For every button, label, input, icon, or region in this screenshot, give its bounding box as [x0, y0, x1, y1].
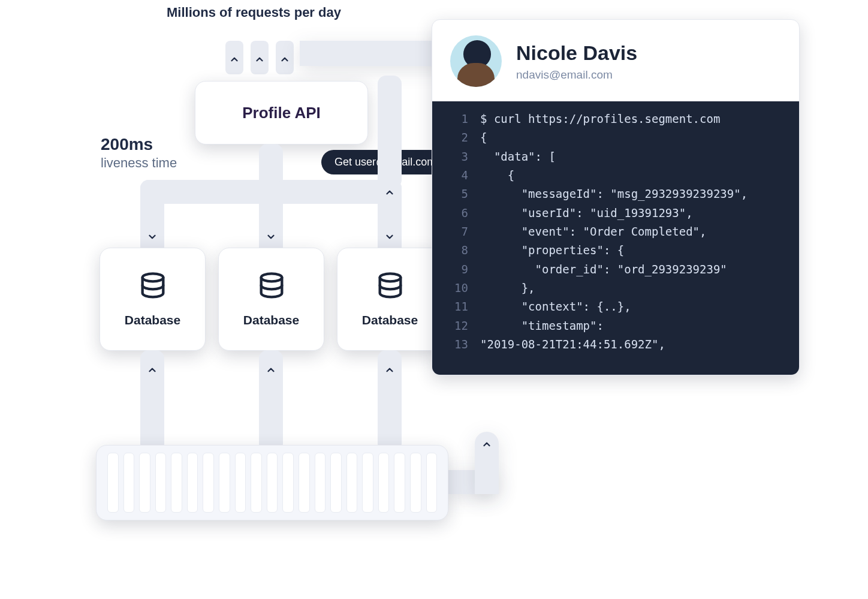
chevron-up-icon [261, 360, 281, 380]
profile-panel: Nicole Davis ndavis@email.com 1$ curl ht… [432, 19, 800, 375]
svg-point-2 [379, 273, 400, 281]
code-line-text: }, [480, 279, 799, 297]
code-line-text: "order_id": "ord_2939239239" [480, 260, 799, 279]
code-line: 8 "properties": { [432, 241, 799, 260]
queue-slot [330, 453, 342, 513]
code-line-number: 12 [432, 317, 480, 335]
queue-slot [155, 453, 167, 513]
code-line-number: 6 [432, 204, 480, 222]
chevron-up-icon [275, 49, 295, 70]
profile-name: Nicole Davis [516, 41, 637, 65]
code-line-number: 4 [432, 166, 480, 185]
database-icon [137, 271, 168, 302]
code-line-number: 2 [432, 128, 480, 147]
code-line: 5 "messageId": "msg_2932939239239", [432, 185, 799, 203]
chevron-up-icon [379, 360, 400, 380]
queue-slot [315, 453, 326, 513]
code-line-text: "timestamp": [480, 317, 799, 335]
queue-slot [171, 453, 182, 513]
queue-buffer [96, 445, 448, 520]
queue-slot [346, 453, 358, 513]
code-line: 3 "data": [ [432, 148, 799, 166]
code-line-number: 9 [432, 260, 480, 279]
queue-slot [123, 453, 135, 513]
queue-slot [139, 453, 150, 513]
queue-slot [426, 453, 438, 513]
chevron-up-icon [142, 360, 162, 380]
code-line-text: "event": "Order Completed", [480, 222, 799, 241]
database-node: Database [100, 248, 206, 351]
chevron-down-icon [261, 227, 281, 247]
database-icon [256, 271, 287, 302]
code-line-text: "properties": { [480, 241, 799, 260]
chevron-up-icon [477, 434, 497, 454]
code-line-text: "userId": "uid_19391293", [480, 204, 799, 222]
pipe-side-up [378, 76, 402, 188]
database-label: Database [125, 313, 180, 327]
code-line: 10 }, [432, 279, 799, 297]
queue-slot [378, 453, 390, 513]
database-label: Database [362, 313, 418, 327]
code-line-text: "context": {..}, [480, 297, 799, 316]
chevron-up-icon [224, 49, 245, 70]
queue-slot [410, 453, 421, 513]
code-line-number: 1 [432, 110, 480, 128]
queue-slot [235, 453, 246, 513]
code-line-text: "messageId": "msg_2932939239239", [480, 185, 799, 203]
code-line: 12 "timestamp": [432, 317, 799, 335]
annotation-liveness-value: 200ms [101, 135, 177, 154]
queue-slot [187, 453, 198, 513]
code-line: 6 "userId": "uid_19391293", [432, 204, 799, 222]
code-line: 1$ curl https://profiles.segment.com [432, 110, 799, 128]
queue-slot [203, 453, 214, 513]
database-label: Database [243, 313, 299, 327]
queue-slot [107, 453, 119, 513]
code-line-text: "2019-08-21T21:44:51.692Z", [480, 335, 799, 354]
annotation-requests-per-day: Millions of requests per day [167, 5, 341, 20]
chevron-down-icon [379, 227, 400, 247]
code-line-number: 11 [432, 297, 480, 316]
annotation-liveness: 200ms liveness time [101, 135, 177, 171]
queue-slot [251, 453, 262, 513]
profile-panel-header: Nicole Davis ndavis@email.com [432, 20, 799, 101]
code-line-text: "data": [ [480, 148, 799, 166]
database-node: Database [337, 248, 443, 351]
queue-slot [362, 453, 373, 513]
code-line-number: 3 [432, 148, 480, 166]
code-line-number: 8 [432, 241, 480, 260]
code-line: 2{ [432, 128, 799, 147]
queue-slot [267, 453, 278, 513]
code-line-number: 5 [432, 185, 480, 203]
profile-api-label: Profile API [242, 104, 321, 122]
chevron-up-icon [249, 49, 270, 70]
database-node: Database [218, 248, 324, 351]
code-line: 11 "context": {..}, [432, 297, 799, 316]
code-line-number: 13 [432, 335, 480, 354]
code-line-text: { [480, 166, 799, 185]
chevron-up-icon [379, 182, 400, 203]
code-block: 1$ curl https://profiles.segment.com2{3 … [432, 101, 799, 375]
svg-point-0 [142, 273, 163, 281]
code-line: 9 "order_id": "ord_2939239239" [432, 260, 799, 279]
avatar [450, 35, 502, 87]
annotation-liveness-label: liveness time [101, 155, 177, 171]
profile-email: ndavis@email.com [516, 68, 637, 82]
queue-slot [282, 453, 294, 513]
chevron-down-icon [142, 227, 162, 247]
database-icon [375, 271, 406, 302]
code-line: 4 { [432, 166, 799, 185]
queue-slot [394, 453, 405, 513]
code-line-number: 7 [432, 222, 480, 241]
code-line-text: { [480, 128, 799, 147]
code-line-text: $ curl https://profiles.segment.com [480, 110, 799, 128]
profile-api-node: Profile API [195, 81, 368, 145]
queue-slot [219, 453, 230, 513]
code-line: 7 "event": "Order Completed", [432, 222, 799, 241]
code-line: 13"2019-08-21T21:44:51.692Z", [432, 335, 799, 354]
code-line-number: 10 [432, 279, 480, 297]
queue-slot [299, 453, 310, 513]
svg-point-1 [261, 273, 282, 281]
